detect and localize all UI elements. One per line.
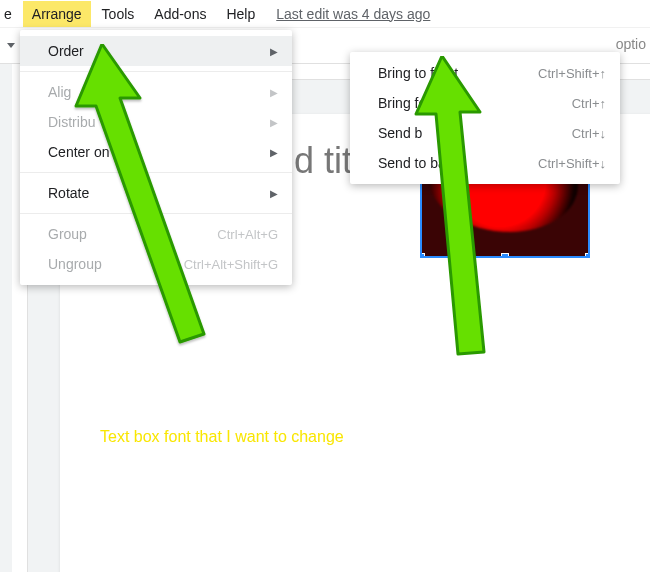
menu-label: Group <box>48 226 203 242</box>
dropdown-order: Bring to front Ctrl+Shift+↑ Bring for Ct… <box>350 52 620 184</box>
menu-shortcut: Ctrl+Alt+G <box>217 227 278 242</box>
dropdown-arrange: Order ▶ Alig ▶ Distribu ▶ Center on p ▶ … <box>20 30 292 285</box>
menubar: e Arrange Tools Add-ons Help Last edit w… <box>0 0 650 28</box>
menu-item-send-backward[interactable]: Send b Ctrl+↓ <box>350 118 620 148</box>
menu-item-rotate[interactable]: Rotate ▶ <box>20 178 292 208</box>
toolbar-dropdown-caret[interactable] <box>6 36 16 56</box>
menu-label: Distribu <box>48 114 260 130</box>
submenu-caret-icon: ▶ <box>270 87 278 98</box>
menu-label: Ungroup <box>48 256 170 272</box>
menu-shortcut: Ctrl+Shift+↑ <box>538 66 606 81</box>
resize-handle-bl[interactable] <box>420 253 425 258</box>
menu-item-ungroup: Ungroup Ctrl+Alt+Shift+G <box>20 249 292 279</box>
menu-item-bring-to-front[interactable]: Bring to front Ctrl+Shift+↑ <box>350 58 620 88</box>
menu-shortcut: Ctrl+↓ <box>572 126 606 141</box>
menu-item-bring-forward[interactable]: Bring for Ctrl+↑ <box>350 88 620 118</box>
menu-label: Alig <box>48 84 260 100</box>
menu-separator <box>20 71 292 72</box>
submenu-caret-icon: ▶ <box>270 46 278 57</box>
menu-label: Bring for <box>378 95 558 111</box>
menubar-item-addons[interactable]: Add-ons <box>145 1 215 27</box>
menu-item-align: Alig ▶ <box>20 77 292 107</box>
menu-label: Send b <box>378 125 558 141</box>
submenu-caret-icon: ▶ <box>270 147 278 158</box>
menu-separator <box>20 172 292 173</box>
menu-label: Center on p <box>48 144 260 160</box>
menu-item-distribute: Distribu ▶ <box>20 107 292 137</box>
menubar-item-arrange[interactable]: Arrange <box>23 1 91 27</box>
toolbar-options-partial: optio <box>616 36 646 52</box>
resize-handle-br[interactable] <box>585 253 590 258</box>
menubar-item-partial[interactable]: e <box>0 1 21 27</box>
menu-item-send-to-back[interactable]: Send to ba Ctrl+Shift+↓ <box>350 148 620 178</box>
menu-item-order[interactable]: Order ▶ <box>20 36 292 66</box>
submenu-caret-icon: ▶ <box>270 188 278 199</box>
menu-shortcut: Ctrl+↑ <box>572 96 606 111</box>
menubar-item-help[interactable]: Help <box>217 1 264 27</box>
textbox-yellow[interactable]: Text box font that I want to change <box>100 426 360 448</box>
menu-item-group: Group Ctrl+Alt+G <box>20 219 292 249</box>
menu-label: Bring to front <box>378 65 524 81</box>
last-edit-link[interactable]: Last edit was 4 days ago <box>276 6 430 22</box>
menubar-item-tools[interactable]: Tools <box>93 1 144 27</box>
menu-label: Rotate <box>48 185 260 201</box>
menu-label: Send to ba <box>378 155 524 171</box>
menu-label: Order <box>48 43 260 59</box>
submenu-caret-icon: ▶ <box>270 117 278 128</box>
menu-separator <box>20 213 292 214</box>
menu-shortcut: Ctrl+Shift+↓ <box>538 156 606 171</box>
resize-handle-bm[interactable] <box>501 253 509 258</box>
menu-item-center[interactable]: Center on p ▶ <box>20 137 292 167</box>
menu-shortcut: Ctrl+Alt+Shift+G <box>184 257 278 272</box>
